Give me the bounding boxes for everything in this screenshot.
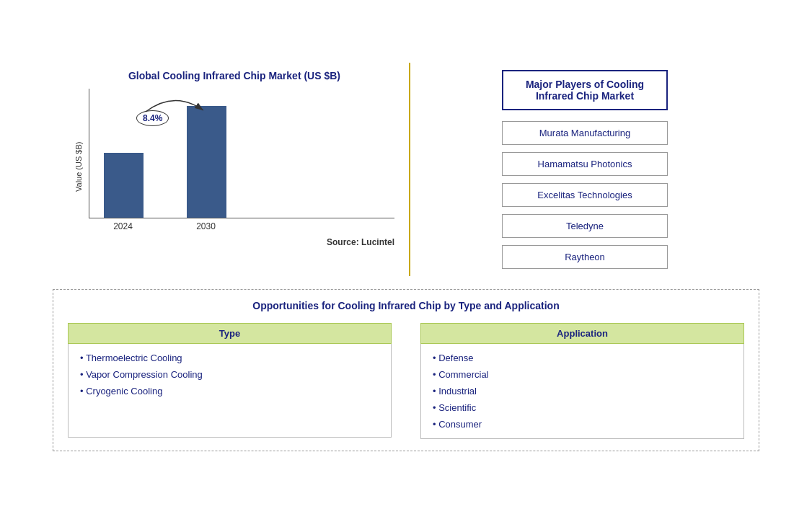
type-item-0: • Thermoelectric Cooling xyxy=(80,353,379,363)
annotation-value: 8.4% xyxy=(136,110,169,126)
app-item-0: • Defense xyxy=(433,353,732,363)
bottom-columns: Type • Thermoelectric Cooling • Vapor Co… xyxy=(68,323,744,439)
player-raytheon: Raytheon xyxy=(502,245,668,269)
type-header: Type xyxy=(68,323,392,344)
source-label: Source: Lucintel xyxy=(74,237,394,247)
application-header: Application xyxy=(420,323,744,344)
app-item-1: • Commercial xyxy=(433,369,732,380)
players-container: Major Players of Cooling Infrared Chip M… xyxy=(410,63,759,276)
opportunities-title: Opportunities for Cooling Infrared Chip … xyxy=(68,300,744,311)
bottom-section: Opportunities for Cooling Infrared Chip … xyxy=(53,289,759,451)
chart-container: Global Cooling Infrared Chip Market (US … xyxy=(53,63,410,276)
type-content: • Thermoelectric Cooling • Vapor Compres… xyxy=(68,344,392,438)
bar-group-2024 xyxy=(104,153,144,218)
bars-row: 8.4% xyxy=(89,89,394,218)
type-item-2: • Cryogenic Cooling xyxy=(80,386,379,396)
player-teledyne: Teledyne xyxy=(502,214,668,238)
type-item-1: • Vapor Compression Cooling xyxy=(80,369,379,380)
type-column: Type • Thermoelectric Cooling • Vapor Co… xyxy=(68,323,392,439)
main-wrapper: Global Cooling Infrared Chip Market (US … xyxy=(53,63,759,451)
application-column: Application • Defense • Commercial • Ind… xyxy=(420,323,744,439)
players-title: Major Players of Cooling Infrared Chip M… xyxy=(502,70,668,110)
x-label-2030: 2030 xyxy=(186,221,226,231)
chart-area: Value (US $B) 8.4% xyxy=(74,89,394,231)
bar-2024 xyxy=(104,153,144,218)
player-murata: Murata Manufacturing xyxy=(502,121,668,145)
annotation: 8.4% xyxy=(136,110,169,126)
app-item-4: • Consumer xyxy=(433,419,732,430)
y-axis-label: Value (US $B) xyxy=(74,102,83,231)
bars-and-axes: 8.4% xyxy=(89,89,394,231)
x-labels: 2024 2030 xyxy=(89,221,394,231)
application-content: • Defense • Commercial • Industrial • Sc… xyxy=(420,344,744,439)
x-label-2024: 2024 xyxy=(103,221,143,231)
player-hamamatsu: Hamamatsu Photonics xyxy=(502,152,668,176)
bar-2030 xyxy=(187,106,226,218)
app-item-3: • Scientific xyxy=(433,402,732,413)
chart-title: Global Cooling Infrared Chip Market (US … xyxy=(74,70,394,81)
player-excelitas: Excelitas Technologies xyxy=(502,183,668,207)
top-section: Global Cooling Infrared Chip Market (US … xyxy=(53,63,759,276)
bar-group-2030 xyxy=(187,106,226,218)
app-item-2: • Industrial xyxy=(433,386,732,396)
